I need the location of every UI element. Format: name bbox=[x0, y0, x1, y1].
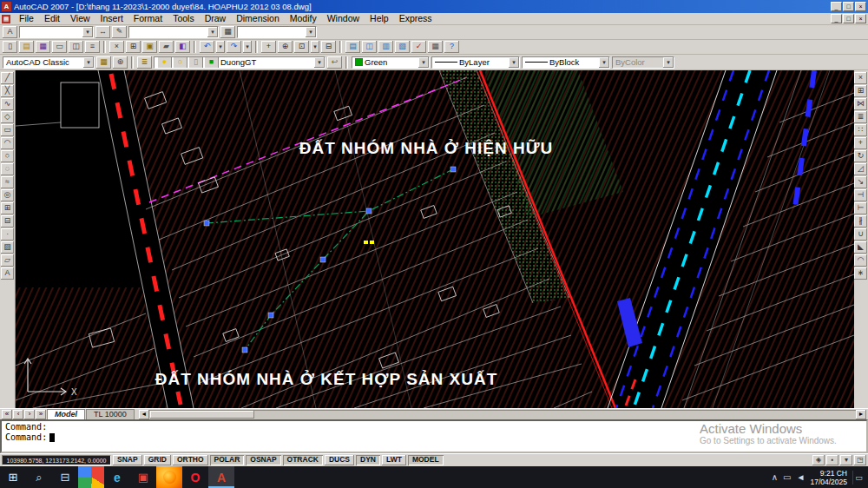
tab-nav-first-icon[interactable]: « bbox=[2, 410, 12, 419]
polyline-icon[interactable]: ∿ bbox=[1, 98, 14, 110]
minimize-button[interactable]: _ bbox=[831, 2, 842, 11]
mirror-icon[interactable]: ⋈ bbox=[854, 98, 867, 110]
tab-nav-prev-icon[interactable]: ‹ bbox=[13, 410, 23, 419]
horizontal-scrollbar[interactable]: ◄ ► bbox=[139, 410, 866, 419]
toggle-polar[interactable]: POLAR bbox=[210, 455, 245, 465]
paste-icon[interactable]: ▣ bbox=[142, 41, 157, 53]
zoom-flyout-icon[interactable]: ▾ bbox=[311, 41, 319, 53]
zoom-window-icon[interactable]: ⊡ bbox=[294, 41, 309, 53]
layer-combo[interactable]: ●○▯■ DuongGT ▾ bbox=[154, 56, 326, 69]
scrollbar-thumb[interactable] bbox=[150, 411, 254, 419]
drawing-canvas[interactable]: X ĐẤT NHÓM NHÀ Ở HIỆN HỮU ĐẤT NHÓM NHÀ Ở… bbox=[15, 70, 853, 408]
lineweight-combo[interactable]: ByBlock ▾ bbox=[522, 56, 610, 69]
toggle-dyn[interactable]: DYN bbox=[356, 455, 380, 465]
make-block-icon[interactable]: ⊟ bbox=[1, 215, 14, 228]
arc-icon[interactable]: ◠ bbox=[1, 137, 14, 149]
keyboard-icon[interactable]: ▭ bbox=[783, 472, 791, 482]
workspace-combo[interactable]: AutoCAD Classic ▾ bbox=[3, 56, 95, 69]
chevron-down-icon[interactable]: ▾ bbox=[82, 27, 93, 37]
command-window[interactable]: Command: Command: bbox=[0, 419, 868, 453]
chevron-down-icon[interactable]: ▾ bbox=[306, 27, 316, 37]
menu-dimension[interactable]: Dimension bbox=[231, 13, 285, 24]
search-icon[interactable]: ⌕ bbox=[26, 466, 52, 488]
toggle-ortho[interactable]: ORTHO bbox=[173, 455, 208, 465]
chevron-down-icon[interactable]: ▾ bbox=[83, 57, 94, 68]
save-icon[interactable]: ▦ bbox=[36, 41, 50, 53]
scroll-right-icon[interactable]: ► bbox=[856, 410, 866, 419]
volume-icon[interactable]: ◄ bbox=[797, 472, 806, 482]
offset-icon[interactable]: ≣ bbox=[854, 111, 867, 123]
mdi-restore-button[interactable]: □ bbox=[843, 14, 854, 23]
menu-draw[interactable]: Draw bbox=[200, 13, 232, 24]
workspace-settings-icon[interactable]: ⊛ bbox=[113, 56, 128, 69]
properties-palette-icon[interactable]: ▤ bbox=[345, 41, 360, 53]
sheet-set-manager-icon[interactable]: ▧ bbox=[395, 41, 410, 53]
menu-view[interactable]: View bbox=[65, 13, 95, 24]
dim-style-icon[interactable]: ↔ bbox=[95, 26, 110, 38]
menu-modify[interactable]: Modify bbox=[285, 13, 322, 24]
polygon-icon[interactable]: ◇ bbox=[1, 111, 14, 123]
menu-help[interactable]: Help bbox=[365, 13, 394, 24]
rotate-icon[interactable]: ↻ bbox=[854, 150, 867, 162]
extend-icon[interactable]: ⊢ bbox=[854, 202, 867, 214]
erase-icon[interactable]: × bbox=[854, 72, 867, 84]
dim-edit-icon[interactable]: ✎ bbox=[112, 26, 127, 38]
table-style-icon[interactable]: ▦ bbox=[220, 26, 235, 38]
explode-icon[interactable]: ∗ bbox=[854, 267, 867, 280]
layer-thaw-sun-icon[interactable]: ○ bbox=[173, 57, 187, 68]
markup-set-manager-icon[interactable]: ✓ bbox=[411, 41, 426, 53]
plot-preview-icon[interactable]: ◫ bbox=[69, 41, 83, 53]
chamfer-icon[interactable]: ◣ bbox=[854, 241, 867, 254]
menu-tools[interactable]: Tools bbox=[168, 13, 200, 24]
mdi-close-button[interactable]: × bbox=[855, 14, 866, 23]
linetype-combo[interactable]: ByLayer ▾ bbox=[431, 56, 520, 69]
block-editor-icon[interactable]: ◧ bbox=[175, 41, 190, 53]
construction-line-icon[interactable]: ╳ bbox=[1, 85, 14, 97]
firefox-icon[interactable] bbox=[156, 466, 182, 488]
spline-icon[interactable]: ≈ bbox=[1, 176, 14, 188]
line-icon[interactable]: ╱ bbox=[1, 72, 14, 84]
toggle-osnap[interactable]: OSNAP bbox=[246, 455, 280, 465]
save-workspace-icon[interactable]: ▦ bbox=[96, 56, 111, 69]
array-icon[interactable]: ∷ bbox=[854, 124, 867, 136]
scale-icon[interactable]: ◿ bbox=[854, 163, 867, 175]
trim-icon[interactable]: ⊣ bbox=[854, 189, 867, 201]
redo-dropdown-icon[interactable]: ▾ bbox=[243, 41, 252, 53]
layer-unlock-icon[interactable]: ▯ bbox=[188, 57, 203, 68]
tool-palettes-icon[interactable]: ▥ bbox=[378, 41, 393, 53]
copy-icon[interactable]: ⊞ bbox=[854, 85, 867, 97]
scroll-left-icon[interactable]: ◄ bbox=[139, 410, 149, 419]
layer-color-swatch[interactable]: ■ bbox=[204, 57, 219, 68]
layer-previous-icon[interactable]: ↩ bbox=[327, 56, 342, 69]
command-prompt-line[interactable]: Command: bbox=[5, 432, 863, 443]
chrome-icon[interactable] bbox=[78, 466, 104, 488]
join-icon[interactable]: ∪ bbox=[854, 228, 867, 241]
redo-icon[interactable]: ↷ bbox=[227, 41, 241, 53]
cut-icon[interactable]: × bbox=[109, 41, 124, 53]
toggle-grid[interactable]: GRID bbox=[144, 455, 171, 465]
text-style-icon[interactable]: A bbox=[3, 26, 17, 38]
multiline-text-icon[interactable]: A bbox=[1, 267, 14, 280]
hatch-icon[interactable]: ▨ bbox=[1, 241, 14, 254]
toggle-snap[interactable]: SNAP bbox=[113, 455, 142, 465]
tab-model[interactable]: Model bbox=[47, 409, 85, 419]
designcenter-icon[interactable]: ◫ bbox=[362, 41, 377, 53]
red-app-icon[interactable]: ▣ bbox=[130, 466, 156, 488]
quickcalc-icon[interactable]: ▦ bbox=[428, 41, 443, 53]
menu-window[interactable]: Window bbox=[322, 13, 365, 24]
fillet-icon[interactable]: ◠ bbox=[854, 254, 867, 267]
copy-clip-icon[interactable]: ⊞ bbox=[126, 41, 141, 53]
ellipse-icon[interactable]: ◎ bbox=[1, 189, 14, 201]
menu-format[interactable]: Format bbox=[128, 13, 168, 24]
edge-icon[interactable]: e bbox=[104, 466, 130, 488]
chevron-down-icon[interactable]: ▾ bbox=[509, 57, 519, 68]
menu-edit[interactable]: Edit bbox=[39, 13, 65, 24]
pan-realtime-icon[interactable]: + bbox=[261, 41, 276, 53]
menu-express[interactable]: Express bbox=[394, 13, 437, 24]
undo-icon[interactable]: ↶ bbox=[200, 41, 214, 53]
toolbar-lock-icon[interactable]: ▪ bbox=[826, 455, 838, 465]
close-button[interactable]: × bbox=[855, 2, 866, 11]
opera-icon[interactable]: O bbox=[182, 466, 208, 488]
status-menu-arrow-icon[interactable]: ▾ bbox=[840, 455, 852, 465]
toggle-model[interactable]: MODEL bbox=[408, 455, 444, 465]
